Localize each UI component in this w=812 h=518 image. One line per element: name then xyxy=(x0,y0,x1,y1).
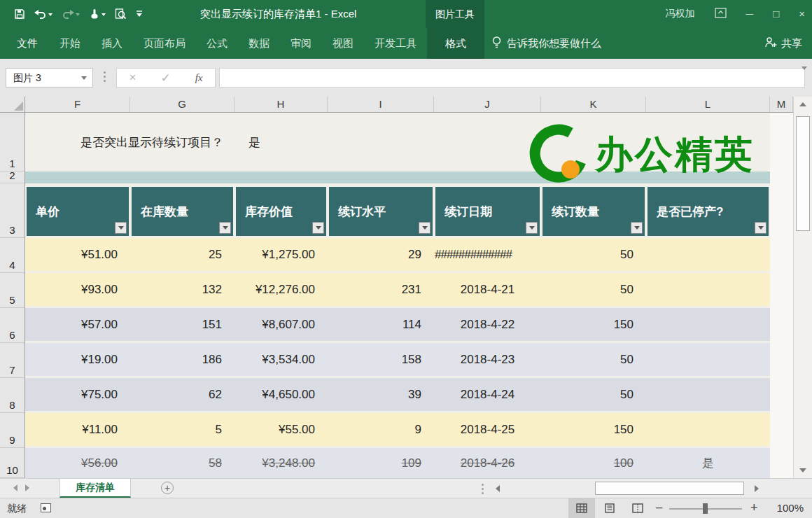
next-sheet-icon[interactable] xyxy=(25,484,33,491)
table-cell[interactable]: ¥55.00 xyxy=(234,413,328,446)
table-cell[interactable]: ¥12,276.00 xyxy=(234,273,328,306)
table-cell[interactable]: 是 xyxy=(646,448,770,478)
table-cell[interactable]: 100 xyxy=(541,448,646,478)
zoom-in-button[interactable]: + xyxy=(750,498,758,518)
table-cell[interactable]: ¥51.00 xyxy=(25,238,130,271)
table-cell[interactable]: 2018-4-24 xyxy=(434,378,541,411)
redo-button[interactable] xyxy=(62,8,80,20)
table-cell[interactable] xyxy=(646,273,770,306)
table-cell[interactable]: 109 xyxy=(328,448,434,478)
customize-qat-button[interactable] xyxy=(136,10,143,18)
column-header[interactable]: F xyxy=(25,97,130,112)
zoom-out-button[interactable]: − xyxy=(655,498,663,518)
tell-me-box[interactable]: 告诉我你想要做什么 xyxy=(491,28,601,59)
name-box-dropdown-icon[interactable] xyxy=(81,76,87,83)
table-header-cell[interactable]: 在库数量 xyxy=(132,187,233,236)
row-header[interactable]: 10 xyxy=(0,448,24,478)
undo-dropdown-icon[interactable] xyxy=(48,13,52,18)
zoom-level-label[interactable]: 100% xyxy=(777,498,804,518)
touch-mouse-mode-button[interactable] xyxy=(89,8,106,20)
row-header[interactable]: 8 xyxy=(0,378,24,413)
name-box[interactable]: 图片 3 xyxy=(6,68,93,88)
column-header[interactable]: I xyxy=(328,97,434,112)
new-sheet-button[interactable]: + xyxy=(161,482,174,494)
table-header-cell[interactable]: 是否已停产? xyxy=(648,187,769,236)
undo-button[interactable] xyxy=(34,8,52,20)
table-cell[interactable]: ¥56.00 xyxy=(25,448,130,478)
maximize-button[interactable]: □ xyxy=(773,0,779,28)
table-cell[interactable] xyxy=(646,308,770,341)
table-cell[interactable]: ¥3,248.00 xyxy=(234,448,328,478)
file-tab[interactable]: 文件 xyxy=(6,28,49,59)
row-header[interactable]: 9 xyxy=(0,413,24,448)
minimize-button[interactable]: ─ xyxy=(746,0,754,28)
table-cell[interactable]: ¥3,534.00 xyxy=(234,343,328,376)
scroll-up-button[interactable] xyxy=(794,97,812,111)
scroll-left-button[interactable] xyxy=(490,481,504,496)
filter-dropdown-button[interactable] xyxy=(419,222,430,234)
table-cell[interactable]: 150 xyxy=(541,413,646,446)
table-cell[interactable]: 29 xyxy=(328,238,434,271)
table-cell[interactable]: 150 xyxy=(541,308,646,341)
table-cell[interactable]: 2018-4-23 xyxy=(434,343,541,376)
row-header[interactable]: 6 xyxy=(0,308,24,343)
row-header[interactable]: 5 xyxy=(0,273,24,308)
tab-scrollbar-splitter[interactable] xyxy=(482,484,484,494)
table-cell[interactable]: 132 xyxy=(130,273,234,306)
table-cell[interactable]: 2018-4-22 xyxy=(434,308,541,341)
filter-dropdown-button[interactable] xyxy=(115,222,127,234)
banner-answer[interactable]: 是 xyxy=(248,113,260,172)
table-cell[interactable]: 50 xyxy=(541,238,646,271)
column-m-strip[interactable] xyxy=(770,113,793,478)
column-header[interactable]: L xyxy=(646,97,770,112)
table-cell[interactable]: ¥4,650.00 xyxy=(234,378,328,411)
zoom-slider-thumb[interactable] xyxy=(703,503,708,514)
table-cell[interactable] xyxy=(646,238,770,271)
filter-dropdown-button[interactable] xyxy=(755,222,766,234)
filter-dropdown-button[interactable] xyxy=(631,222,643,234)
insert-function-icon[interactable]: fx xyxy=(195,72,203,84)
scroll-right-button[interactable] xyxy=(750,481,764,496)
filter-dropdown-button[interactable] xyxy=(312,222,324,234)
table-cell[interactable] xyxy=(646,413,770,446)
redo-dropdown-icon[interactable] xyxy=(76,13,80,18)
horizontal-scrollbar-thumb[interactable] xyxy=(595,482,744,495)
table-cell[interactable]: 151 xyxy=(130,308,234,341)
ribbon-tab[interactable]: 开始 xyxy=(49,28,91,59)
table-header-cell[interactable]: 单价 xyxy=(27,187,129,236)
row-header[interactable]: 1 xyxy=(0,113,24,172)
touch-mode-dropdown-icon[interactable] xyxy=(102,13,106,18)
formula-bar-splitter[interactable] xyxy=(104,71,106,82)
expand-formula-bar-icon[interactable] xyxy=(802,66,807,73)
table-header-cell[interactable]: 续订水平 xyxy=(329,187,433,236)
table-cell[interactable]: 50 xyxy=(541,343,646,376)
formula-input[interactable] xyxy=(219,68,805,88)
macro-record-icon[interactable] xyxy=(41,503,51,512)
table-cell[interactable]: ¥8,607.00 xyxy=(234,308,328,341)
filter-dropdown-button[interactable] xyxy=(526,222,538,234)
table-cell[interactable]: 186 xyxy=(130,343,234,376)
table-cell[interactable]: 58 xyxy=(130,448,234,478)
normal-view-button[interactable] xyxy=(568,498,595,518)
table-cell[interactable]: ¥75.00 xyxy=(25,378,130,411)
column-header[interactable]: H xyxy=(234,97,328,112)
confirm-entry-icon[interactable]: ✓ xyxy=(160,71,170,85)
ribbon-tab[interactable]: 插入 xyxy=(91,28,133,59)
print-preview-button[interactable] xyxy=(115,8,127,20)
table-cell[interactable]: 231 xyxy=(328,273,434,306)
table-header-cell[interactable]: 续订日期 xyxy=(435,187,540,236)
table-cell[interactable] xyxy=(646,343,770,376)
table-cell[interactable]: 114 xyxy=(328,308,434,341)
ribbon-display-options-icon[interactable] xyxy=(715,8,727,21)
ribbon-tab[interactable]: 开发工具 xyxy=(364,28,427,59)
save-icon[interactable] xyxy=(14,8,25,20)
table-cell[interactable]: ¥1,275.00 xyxy=(234,238,328,271)
sheet-tab-active[interactable]: 库存清单 xyxy=(59,479,131,498)
table-cell[interactable]: 2018-4-26 xyxy=(434,448,541,478)
row-header[interactable]: 3 xyxy=(0,183,24,238)
row-header[interactable]: 2 xyxy=(0,172,24,183)
user-name[interactable]: 冯权加 xyxy=(666,8,695,20)
table-cell[interactable]: 39 xyxy=(328,378,434,411)
select-all-corner[interactable] xyxy=(0,97,25,112)
table-cell[interactable]: 62 xyxy=(130,378,234,411)
